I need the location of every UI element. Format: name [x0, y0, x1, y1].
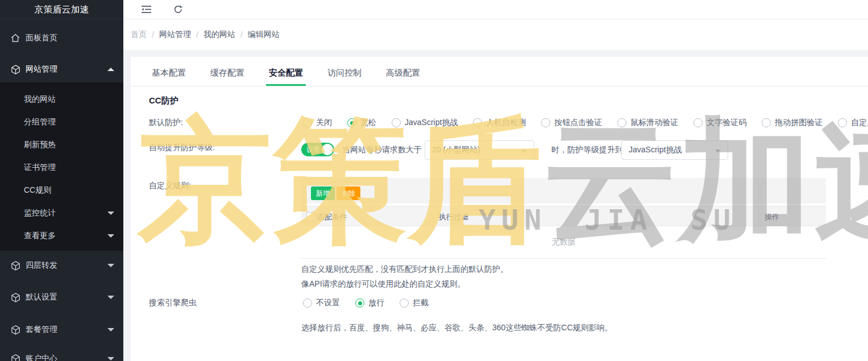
auto-upgrade-label: 自动提升防护等级: — [149, 143, 215, 153]
radio-circle-icon — [541, 118, 550, 127]
threshold-select[interactable]: 20 (小型网站) — [425, 140, 534, 160]
radio-circle-icon — [355, 298, 364, 308]
collapse-sidebar-icon[interactable] — [140, 4, 152, 15]
radio-circle-icon — [762, 118, 771, 127]
radio-circle-icon — [838, 118, 847, 127]
radio-text-captcha[interactable]: 文字验证码 — [693, 118, 746, 128]
sidebar-item-layer4-forward[interactable]: 四层转发 — [0, 254, 123, 277]
radio-allow[interactable]: 放行 — [355, 298, 384, 308]
table-header-row: 匹配条件 执行过滤 操作 — [301, 206, 826, 226]
radio-circle-icon — [303, 298, 312, 308]
sidebar-item-label: 刷新预热 — [24, 140, 56, 150]
upgrade-level-select[interactable]: JavaScript挑战 — [621, 140, 728, 160]
custom-rules-help-line-1: 自定义规则优先匹配，没有匹配到才执行上面的默认防护。 — [301, 264, 508, 275]
threshold-select-value: 20 (小型网站) — [432, 145, 480, 155]
spider-help-text: 选择放行后，百度、搜狗、神马、必应、谷歌、头条、360这些蜘蛛不受防CC规则影响… — [301, 323, 613, 333]
tab-basic-config[interactable]: 基本配置 — [152, 68, 186, 86]
radio-custom[interactable]: 自定义 — [838, 118, 868, 128]
radio-circle-icon — [400, 298, 409, 308]
radio-circle-icon — [617, 118, 626, 127]
auto-upgrade-toggle[interactable]: 设置 — [301, 143, 334, 156]
radio-circle-icon — [473, 118, 482, 127]
tab-access-control[interactable]: 访问控制 — [327, 68, 362, 86]
sidebar-item-label: 分组管理 — [24, 117, 56, 127]
radio-js-challenge[interactable]: JavaScript挑战 — [392, 118, 458, 128]
breadcrumb-home[interactable]: 首页 — [131, 30, 147, 40]
custom-rules-label: 自定义规则: — [149, 181, 191, 191]
cube-icon — [10, 353, 21, 361]
column-header-match-condition: 匹配条件 — [317, 212, 347, 222]
sidebar-item-my-websites[interactable]: 我的网站 — [0, 88, 123, 111]
radio-label: 自定义 — [851, 118, 868, 128]
sidebar-item-cc-rules[interactable]: CC规则 — [0, 179, 123, 202]
radio-block[interactable]: 拦截 — [400, 298, 429, 308]
config-tabs: 基本配置 缓存配置 安全配置 访问控制 高级配置 — [131, 57, 868, 86]
refresh-icon[interactable] — [172, 4, 184, 15]
add-rule-button[interactable]: 新增 — [311, 186, 335, 200]
radio-not-set[interactable]: 不设置 — [303, 298, 340, 308]
section-heading-cc-protection: CC防护 — [149, 96, 178, 106]
tab-security-config[interactable]: 安全配置 — [269, 68, 303, 86]
radio-loose[interactable]: 宽松 — [347, 118, 376, 128]
radio-close[interactable]: 关闭 — [303, 118, 332, 128]
auto-upgrade-text-before: 当网站每秒请求数大于 — [342, 145, 422, 155]
custom-rules-toolbar: 新增 删除 — [301, 178, 826, 204]
radio-circle-icon — [392, 118, 401, 127]
sidebar-item-account-center[interactable]: 账户中心 — [0, 347, 123, 361]
breadcrumb-separator: / — [196, 30, 198, 39]
sidebar-item-label: 网站管理 — [26, 64, 57, 74]
sidebar-item-label: CC规则 — [24, 185, 51, 196]
custom-rules-help-line-2: 像API请求的放行可以使用此处的自定义规则。 — [301, 279, 466, 289]
radio-label: 宽松 — [360, 118, 376, 128]
radio-label: 鼠标滑动验证 — [630, 118, 678, 128]
radio-circle-icon — [303, 118, 312, 127]
radio-human-check[interactable]: 人机自检测 — [473, 118, 526, 128]
sidebar-item-panel-home[interactable]: 面板首页 — [0, 27, 123, 49]
delete-rule-button[interactable]: 删除 — [337, 186, 360, 200]
cube-icon — [10, 64, 21, 75]
custom-rules-table: 新增 删除 匹配条件 执行过滤 操作 无数据 — [301, 178, 826, 259]
edit-website-card: 基本配置 缓存配置 安全配置 访问控制 高级配置 CC防护 默认防护: 关闭 宽… — [131, 57, 868, 361]
topbar — [123, 0, 868, 19]
sidebar-item-label: 账户中心 — [26, 354, 57, 361]
auto-upgrade-text-middle: 时，防护等级提升到 — [551, 145, 623, 155]
sidebar-item-default-settings[interactable]: 默认设置 — [0, 286, 123, 309]
breadcrumb-edit-website: 编辑网站 — [248, 30, 280, 40]
sidebar-item-refresh-preheat[interactable]: 刷新预热 — [0, 134, 123, 156]
radio-label: 关闭 — [316, 118, 332, 128]
radio-label: 拖动拼图验证 — [775, 118, 823, 128]
sidebar-item-plan-management[interactable]: 套餐管理 — [0, 318, 123, 341]
sidebar-item-label: 证书管理 — [24, 163, 56, 173]
breadcrumb-separator: / — [240, 30, 243, 39]
cube-icon — [10, 324, 21, 335]
sidebar-item-group-management[interactable]: 分组管理 — [0, 111, 123, 134]
sidebar-item-label: 面板首页 — [26, 33, 57, 43]
breadcrumb-separator: / — [152, 30, 154, 39]
spider-radio-group: 不设置 放行 拦截 — [303, 296, 429, 310]
radio-label: 人机自检测 — [486, 118, 526, 128]
sidebar-item-monitor-stats[interactable]: 监控统计 — [0, 202, 123, 225]
breadcrumb-site-management[interactable]: 网站管理 — [159, 30, 191, 40]
sidebar: 京策盾云加速 面板首页 网站管理 我的网站 分组管理 刷新预热 证书管理 CC规… — [0, 0, 123, 361]
radio-button-click-verify[interactable]: 按钮点击验证 — [541, 118, 602, 128]
cube-icon — [10, 260, 21, 271]
breadcrumb-my-websites[interactable]: 我的网站 — [203, 30, 235, 40]
sidebar-item-cert-management[interactable]: 证书管理 — [0, 156, 123, 179]
select-all-checkbox[interactable] — [306, 212, 315, 221]
chevron-down-icon — [107, 211, 114, 215]
sidebar-item-label: 我的网站 — [24, 94, 56, 105]
column-header-exec-filter: 执行过滤 — [439, 212, 468, 222]
toggle-label: 设置 — [306, 145, 320, 155]
radio-label: 按钮点击验证 — [554, 118, 602, 128]
sidebar-item-site-management[interactable]: 网站管理 — [0, 58, 123, 81]
chevron-down-icon — [107, 328, 114, 331]
chevron-down-icon — [107, 357, 114, 360]
upgrade-level-select-value: JavaScript挑战 — [629, 145, 682, 155]
tab-cache-config[interactable]: 缓存配置 — [210, 68, 244, 86]
sidebar-item-view-more[interactable]: 查看更多 — [0, 225, 123, 247]
app-logo-title: 京策盾云加速 — [0, 0, 123, 19]
empty-text: 无数据 — [552, 237, 576, 247]
radio-drag-puzzle-verify[interactable]: 拖动拼图验证 — [762, 118, 823, 128]
tab-advanced-config[interactable]: 高级配置 — [386, 68, 420, 86]
radio-mouse-slide-verify[interactable]: 鼠标滑动验证 — [617, 118, 678, 128]
